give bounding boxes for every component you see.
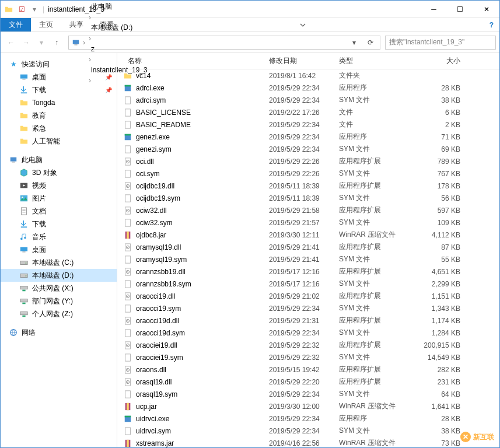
sidebar-item[interactable]: 本地磁盘 (D:) [1,269,117,282]
svg-rect-1 [74,44,77,45]
file-row[interactable]: orasql19.sym2019/5/29 22:34SYM 文件64 KB [117,388,499,400]
qat-dropdown-icon[interactable]: ▾ [30,5,39,14]
file-row[interactable]: ociw32.sym2019/5/29 21:57SYM 文件109 KB [117,216,499,229]
sidebar-item[interactable]: 下载📌 [1,83,117,96]
col-date[interactable]: 修改日期 [269,56,339,66]
refresh-button[interactable]: ⟳ [363,36,377,50]
file-row[interactable]: oraocci19d.sym2019/5/29 22:34SYM 文件1,284… [117,327,499,339]
file-row[interactable]: oci.sym2019/5/29 22:26SYM 文件767 KB [117,167,499,180]
sidebar-network[interactable]: 网络 [1,326,117,339]
recent-dropdown[interactable]: ▾ [34,36,48,50]
sidebar-item[interactable]: 桌面📌 [1,71,117,83]
file-row[interactable]: genezi.exe2019/5/29 22:34应用程序71 KB [117,131,499,143]
file-row[interactable]: xstreams.jar2019/4/16 22:56WinRAR 压缩文件73… [117,437,499,448]
qat-icon[interactable]: ☑ [17,5,26,14]
forward-button[interactable]: → [19,36,33,50]
file-row[interactable]: genezi.sym2019/5/29 22:34SYM 文件69 KB [117,143,499,155]
file-date: 2019/5/29 22:34 [269,84,339,92]
chevron-right-icon[interactable]: › [88,13,92,22]
maximize-button[interactable]: ☐ [447,1,473,18]
folder-icon [19,124,29,133]
file-row[interactable]: vc142019/8/1 16:42文件夹 [117,69,499,82]
breadcrumb-item[interactable]: 此电脑 [88,1,151,13]
file-row[interactable]: ociw32.dll2019/5/29 21:58应用程序扩展597 KB [117,204,499,216]
sidebar-item[interactable]: 文档 [1,205,117,218]
close-button[interactable]: ✕ [473,1,499,18]
folder-icon [19,111,29,120]
file-row[interactable]: uidrvci.exe2019/5/29 22:34应用程序28 KB [117,412,499,425]
minimize-button[interactable]: ─ [421,1,447,18]
file-row[interactable]: orannzsbb19.sym2019/5/17 12:16SYM 文件2,29… [117,278,499,290]
file-row[interactable]: orasql19.dll2019/5/29 22:20应用程序扩展231 KB [117,376,499,388]
file-row[interactable]: oraons.dll2019/5/15 19:42应用程序扩展282 KB [117,363,499,376]
sidebar-quick-access[interactable]: ★ 快速访问 [1,58,117,71]
file-row[interactable]: oraocci19.sym2019/5/29 22:34SYM 文件1,343 … [117,302,499,314]
file-row[interactable]: BASIC_LICENSE2019/2/22 17:26文件6 KB [117,106,499,118]
sidebar-item[interactable]: 视频 [1,179,117,192]
file-row[interactable]: ocijdbc19.dll2019/5/11 18:39应用程序扩展178 KB [117,180,499,192]
file-name: ociw32.dll [136,206,167,215]
sidebar-item[interactable]: 紧急 [1,122,117,135]
col-name[interactable]: 名称 [117,56,269,66]
chevron-right-icon[interactable]: › [88,34,92,43]
file-type: SYM 文件 [339,218,421,228]
file-row[interactable]: ucp.jar2019/3/30 12:00WinRAR 压缩文件1,641 K… [117,400,499,412]
file-date: 2019/5/29 22:34 [269,121,339,129]
file-name: genezi.exe [136,133,170,141]
file-name: ocijdbc19.dll [136,182,174,190]
chevron-right-icon[interactable]: › [82,38,86,47]
file-name: BASIC_README [136,121,191,129]
sidebar-item[interactable]: 音乐 [1,230,117,243]
file-row[interactable]: adrci.sym2019/5/29 22:34SYM 文件38 KB [117,94,499,106]
file-row[interactable]: oci.dll2019/5/29 22:26应用程序扩展789 KB [117,155,499,167]
file-size: 4,112 KB [421,231,467,239]
sidebar-this-pc[interactable]: 此电脑 [1,153,117,166]
svg-rect-27 [125,96,131,103]
file-size: 1,151 KB [421,292,467,300]
file-row[interactable]: BASIC_README2019/5/29 22:34文件2 KB [117,118,499,131]
tab-home[interactable]: 主页 [31,18,61,32]
svg-point-39 [127,186,128,187]
sidebar-item[interactable]: 下载 [1,218,117,230]
file-name: oraocci19d.sym [136,329,185,337]
sidebar-item[interactable]: 个人网盘 (Z:) [1,307,117,320]
sidebar-item[interactable]: 公共网盘 (X:) [1,282,117,295]
back-button[interactable]: ← [4,36,18,50]
file-row[interactable]: oraocci19.dll2019/5/29 21:02应用程序扩展1,151 … [117,290,499,302]
sidebar-item[interactable]: 部门网盘 (Y:) [1,295,117,307]
search-input[interactable]: 搜索"instantclient_19_3" [385,36,496,50]
expand-ribbon-button[interactable] [294,18,312,32]
file-row[interactable]: ojdbc8.jar2019/3/30 12:11WinRAR 压缩文件4,11… [117,229,499,241]
file-row[interactable]: uidrvci.sym2019/5/29 22:34SYM 文件38 KB [117,425,499,437]
sidebar-item[interactable]: 图片 [1,192,117,205]
sidebar-item[interactable]: 3D 对象 [1,166,117,179]
file-icon [123,194,132,203]
folder-icon [123,71,132,80]
col-size[interactable]: 大小 [421,56,467,66]
help-button[interactable]: ? [484,18,499,32]
address-dropdown-icon[interactable]: ▾ [347,36,361,50]
file-row[interactable]: ocijdbc19.sym2019/5/11 18:39SYM 文件56 KB [117,192,499,204]
file-date: 2019/3/30 12:00 [269,402,339,411]
address-bar[interactable]: › 此电脑›本地磁盘 (D:)›z›instantclient_19_3› ▾ … [68,36,380,50]
file-row[interactable]: oraocci19d.dll2019/5/29 21:31应用程序扩展1,174… [117,314,499,327]
file-row[interactable]: oraociei19.dll2019/5/29 22:32应用程序扩展200,9… [117,339,499,351]
tab-file[interactable]: 文件 [1,18,31,32]
file-row[interactable]: oramysql19.sym2019/5/29 21:41SYM 文件55 KB [117,253,499,265]
pc-icon [9,155,18,164]
file-row[interactable]: orannzsbb19.dll2019/5/17 12:16应用程序扩展4,65… [117,265,499,278]
up-button[interactable]: ↑ [50,36,64,50]
sidebar-item[interactable]: 本地磁盘 (C:) [1,256,117,269]
file-row[interactable]: oraociei19.sym2019/5/29 22:32SYM 文件14,54… [117,351,499,363]
file-size: 4,651 KB [421,268,467,276]
sidebar-item[interactable]: 教育 [1,109,117,122]
sidebar-item[interactable]: 桌面 [1,243,117,256]
col-type[interactable]: 类型 [339,56,421,66]
svg-rect-32 [125,145,131,152]
file-row[interactable]: oramysql19.dll2019/5/29 21:41应用程序扩展87 KB [117,241,499,253]
sidebar-item[interactable]: 人工智能 [1,135,117,148]
file-type: SYM 文件 [339,144,421,154]
file-row[interactable]: adrci.exe2019/5/29 22:34应用程序28 KB [117,82,499,94]
breadcrumb-item[interactable]: 本地磁盘 (D:) [88,22,151,34]
sidebar-item[interactable]: Tongda [1,96,117,109]
